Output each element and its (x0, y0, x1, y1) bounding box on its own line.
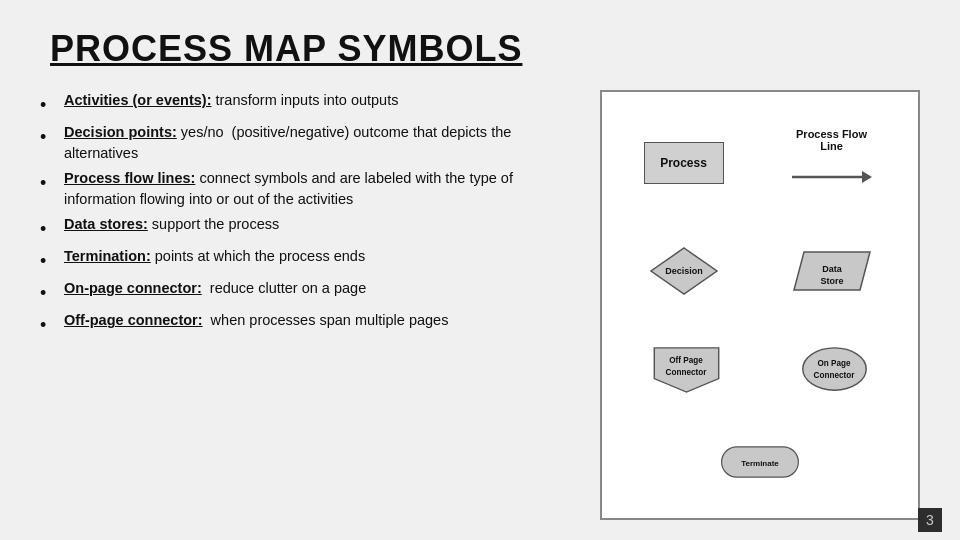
flow-line-arrow (787, 156, 877, 198)
bullet-label: Decision points: (64, 124, 177, 140)
title-bar: PROCESS MAP SYMBOLS (0, 0, 960, 80)
off-page-rounded: Off Page Connector (649, 344, 724, 394)
list-item: • Decision points: yes/no (positive/nega… (40, 122, 570, 164)
on-page-rounded: On Page Connector (797, 344, 872, 394)
bullet-label: On-page connector: (64, 280, 202, 296)
svg-text:On Page: On Page (817, 359, 851, 368)
bullet-content: reduce clutter on a page (206, 280, 366, 296)
bullet-content: transform inputs into outputs (216, 92, 399, 108)
bullet-label: Off-page connector: (64, 312, 203, 328)
diagram-row-2: Decision Data Store (612, 246, 908, 296)
list-item: • Activities (or events): transform inpu… (40, 90, 570, 118)
content-area: • Activities (or events): transform inpu… (0, 80, 960, 540)
on-page-shape: On Page Connector (797, 344, 872, 394)
page-title: PROCESS MAP SYMBOLS (50, 28, 910, 70)
bullet-dot: • (40, 280, 56, 306)
svg-text:Decision: Decision (665, 266, 703, 276)
svg-text:Store: Store (820, 276, 843, 286)
diagram-row-1: Process Process FlowLine (612, 128, 908, 198)
bullet-text: Data stores: support the process (64, 214, 570, 235)
bullet-dot: • (40, 170, 56, 196)
on-page-svg: On Page Connector (797, 344, 872, 394)
flow-line-svg (787, 156, 877, 198)
bullet-text: On-page connector: reduce clutter on a p… (64, 278, 570, 299)
bullet-dot: • (40, 124, 56, 150)
bullet-content: when processes span multiple pages (207, 312, 449, 328)
terminate-svg: Terminate (720, 442, 800, 482)
terminate-shape: Terminate (720, 442, 800, 482)
flow-line-shape: Process FlowLine (787, 128, 877, 198)
bullet-label: Process flow lines: (64, 170, 195, 186)
list-item: • On-page connector: reduce clutter on a… (40, 278, 570, 306)
bullet-text: Process flow lines: connect symbols and … (64, 168, 570, 210)
decision-svg: Decision (649, 246, 719, 296)
data-store-shape: Data Store (792, 250, 872, 292)
diagram-row-4: Terminate (612, 442, 908, 482)
data-store-para: Data Store (792, 250, 872, 292)
bullet-content: points at which the process ends (155, 248, 365, 264)
bullet-dot: • (40, 312, 56, 338)
process-shape: Process (644, 142, 724, 184)
bullet-text: Decision points: yes/no (positive/negati… (64, 122, 570, 164)
bullet-text: Activities (or events): transform inputs… (64, 90, 570, 111)
slide: PROCESS MAP SYMBOLS • Activities (or eve… (0, 0, 960, 540)
svg-marker-1 (862, 171, 872, 183)
bullet-content: support the process (152, 216, 279, 232)
page-number: 3 (918, 508, 942, 532)
decision-shape: Decision (649, 246, 719, 296)
bullet-label: Termination: (64, 248, 151, 264)
bullet-list: • Activities (or events): transform inpu… (30, 90, 580, 530)
diagram-row-3: Off Page Connector On Page Connector (612, 344, 908, 394)
list-item: • Process flow lines: connect symbols an… (40, 168, 570, 210)
bullet-dot: • (40, 216, 56, 242)
list-item: • Termination: points at which the proce… (40, 246, 570, 274)
off-page-svg: Off Page Connector (649, 344, 724, 394)
list-item: • Off-page connector: when processes spa… (40, 310, 570, 338)
list-item: • Data stores: support the process (40, 214, 570, 242)
decision-diamond: Decision (649, 246, 719, 296)
bullet-dot: • (40, 248, 56, 274)
svg-text:Connector: Connector (665, 368, 707, 377)
bullet-label: Activities (or events): (64, 92, 211, 108)
diagram-area: Process Process FlowLine (600, 90, 920, 520)
svg-text:Connector: Connector (813, 371, 855, 380)
flow-line-label: Process FlowLine (796, 128, 867, 152)
bullet-text: Off-page connector: when processes span … (64, 310, 570, 331)
process-rect: Process (644, 142, 724, 184)
bullet-text: Termination: points at which the process… (64, 246, 570, 267)
svg-text:Terminate: Terminate (741, 459, 779, 468)
terminate-oval: Terminate (720, 442, 800, 482)
svg-text:Data: Data (822, 264, 843, 274)
data-store-svg: Data Store (792, 250, 872, 292)
bullet-dot: • (40, 92, 56, 118)
bullet-label: Data stores: (64, 216, 148, 232)
off-page-shape: Off Page Connector (649, 344, 724, 394)
svg-point-10 (802, 348, 865, 390)
svg-text:Off Page: Off Page (669, 356, 703, 365)
